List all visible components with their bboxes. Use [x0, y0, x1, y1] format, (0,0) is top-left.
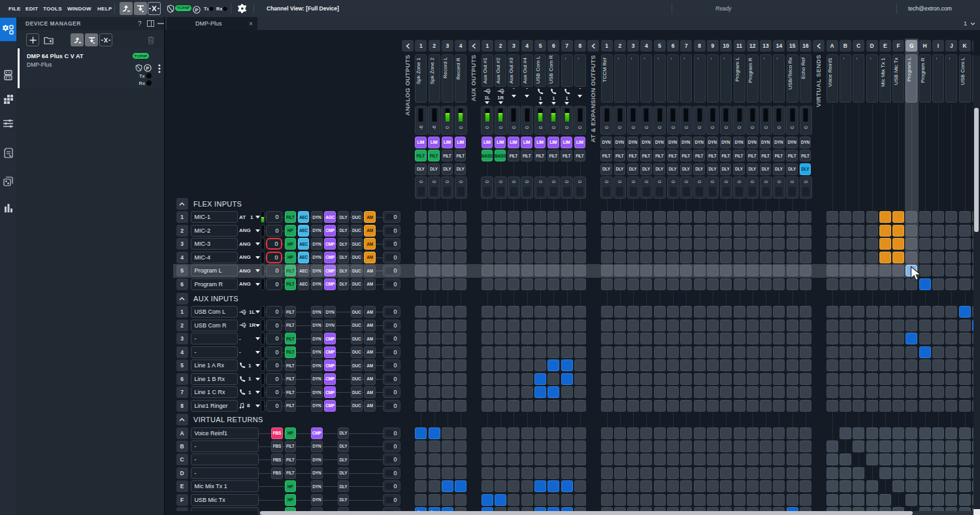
- crosspoint-cell[interactable]: [601, 494, 613, 506]
- crosspoint-cell[interactable]: [574, 238, 586, 250]
- crosspoint-cell[interactable]: [787, 480, 798, 492]
- crosspoint-cell[interactable]: [680, 494, 692, 506]
- processing-block-filt[interactable]: FILT: [285, 467, 297, 479]
- input-fader[interactable]: 0: [383, 306, 400, 318]
- dock-panel-icon[interactable]: [147, 17, 154, 30]
- crosspoint-cell[interactable]: [534, 359, 546, 371]
- crosspoint-cell[interactable]: [694, 252, 706, 263]
- crosspoint-cell[interactable]: [826, 346, 838, 358]
- crosspoint-cell[interactable]: [694, 306, 706, 318]
- crosspoint-cell[interactable]: [840, 494, 851, 506]
- crosspoint-cell[interactable]: [760, 427, 772, 439]
- crosspoint-cell[interactable]: [720, 252, 732, 263]
- processing-block-duc[interactable]: DUC: [351, 211, 363, 223]
- crosspoint-cell[interactable]: [840, 278, 851, 290]
- crosspoint-cell-active[interactable]: [879, 211, 891, 223]
- processing-block-am[interactable]: AM: [364, 346, 376, 358]
- output-source-selector[interactable]: -: [521, 88, 533, 104]
- processing-block-cmp[interactable]: CMP: [324, 238, 336, 250]
- crosspoint-cell[interactable]: [720, 278, 732, 290]
- crosspoint-cell[interactable]: [826, 306, 838, 318]
- crosspoint-cell[interactable]: [932, 346, 944, 358]
- crosspoint-cell[interactable]: [601, 400, 613, 412]
- crosspoint-cell[interactable]: [415, 400, 427, 412]
- processing-block-filt[interactable]: FILT: [508, 150, 519, 161]
- crosspoint-cell[interactable]: [919, 373, 931, 385]
- crosspoint-cell[interactable]: [534, 494, 546, 506]
- crosspoint-cell[interactable]: [429, 373, 440, 385]
- crosspoint-cell[interactable]: [601, 278, 613, 290]
- crosspoint-cell[interactable]: [747, 306, 759, 318]
- crosspoint-cell[interactable]: [561, 238, 573, 250]
- crosspoint-cell[interactable]: [919, 480, 931, 492]
- crosspoint-cell[interactable]: [826, 211, 838, 223]
- crosspoint-cell[interactable]: [879, 494, 891, 506]
- crosspoint-cell[interactable]: [892, 427, 904, 439]
- column-header[interactable]: 7: [561, 40, 573, 52]
- crosspoint-cell[interactable]: [547, 225, 559, 237]
- row-number[interactable]: 2: [176, 225, 188, 237]
- crosspoint-cell[interactable]: [614, 386, 626, 398]
- crosspoint-cell[interactable]: [561, 225, 573, 237]
- crosspoint-cell[interactable]: [800, 427, 811, 439]
- crosspoint-cell[interactable]: [574, 252, 586, 263]
- crosspoint-cell[interactable]: [760, 265, 772, 276]
- menu-tools[interactable]: TOOLS: [43, 0, 62, 17]
- crosspoint-cell[interactable]: [945, 265, 957, 276]
- crosspoint-cell[interactable]: [734, 440, 745, 452]
- column-label[interactable]: Aux Out #2: [495, 54, 506, 87]
- crosspoint-cell-active[interactable]: [892, 225, 904, 237]
- crosspoint-cell[interactable]: [627, 386, 639, 398]
- crosspoint-cell[interactable]: [429, 346, 440, 358]
- processing-block-filt[interactable]: FILT: [285, 211, 297, 223]
- column-header[interactable]: 2: [495, 40, 506, 52]
- crosspoint-cell[interactable]: [932, 454, 944, 465]
- crosspoint-cell[interactable]: [707, 440, 719, 452]
- column-header[interactable]: 13: [760, 40, 772, 52]
- crosspoint-cell[interactable]: [614, 400, 626, 412]
- crosspoint-cell[interactable]: [627, 346, 639, 358]
- crosspoint-cell[interactable]: [840, 306, 851, 318]
- crosspoint-cell-active[interactable]: [534, 480, 546, 492]
- crosspoint-cell[interactable]: [455, 211, 466, 223]
- crosspoint-cell[interactable]: [482, 427, 493, 439]
- row-number[interactable]: E: [176, 480, 188, 492]
- processing-block-cmp[interactable]: CMP: [324, 400, 336, 412]
- crosspoint-cell[interactable]: [694, 225, 706, 237]
- crosspoint-cell[interactable]: [707, 306, 719, 318]
- processing-block-filt[interactable]: FILT: [693, 150, 705, 161]
- crosspoint-cell[interactable]: [826, 320, 838, 331]
- processing-block-filt[interactable]: FILT: [415, 150, 427, 161]
- output-source-selector[interactable]: 1: [534, 88, 546, 104]
- input-name-field[interactable]: Line 1 A Rx: [191, 359, 238, 371]
- column-header[interactable]: F: [892, 40, 904, 52]
- crosspoint-cell[interactable]: [760, 211, 772, 223]
- crosspoint-cell[interactable]: [694, 427, 706, 439]
- crosspoint-cell[interactable]: [694, 440, 706, 452]
- input-source-selector[interactable]: 1: [239, 359, 260, 371]
- input-name-field[interactable]: Voice Reinf1: [191, 427, 259, 439]
- crosspoint-cell[interactable]: [932, 252, 944, 263]
- crosspoint-cell[interactable]: [853, 320, 864, 331]
- processing-block-filt[interactable]: FILT: [534, 150, 546, 161]
- crosspoint-cell[interactable]: [945, 346, 957, 358]
- crosspoint-cell[interactable]: [932, 373, 944, 385]
- crosspoint-cell[interactable]: [640, 400, 652, 412]
- crosspoint-cell[interactable]: [694, 359, 706, 371]
- output-fader[interactable]: 0: [800, 176, 812, 199]
- crosspoint-cell[interactable]: [521, 359, 533, 371]
- input-fader[interactable]: 0: [383, 400, 400, 412]
- crosspoint-cell[interactable]: [879, 346, 891, 358]
- crosspoint-cell[interactable]: [826, 252, 838, 263]
- column-label[interactable]: Record L: [442, 54, 453, 103]
- delete-device-icon[interactable]: [147, 35, 155, 47]
- crosspoint-cell[interactable]: [945, 494, 957, 506]
- input-fader[interactable]: 0: [383, 373, 400, 385]
- crosspoint-cell[interactable]: [787, 467, 798, 479]
- processing-block-dly[interactable]: DLY: [760, 163, 772, 175]
- crosspoint-cell[interactable]: [734, 278, 745, 290]
- crosspoint-cell[interactable]: [627, 467, 639, 479]
- menu-window[interactable]: WINDOW: [67, 0, 91, 17]
- crosspoint-cell[interactable]: [694, 454, 706, 465]
- crosspoint-cell[interactable]: [840, 400, 851, 412]
